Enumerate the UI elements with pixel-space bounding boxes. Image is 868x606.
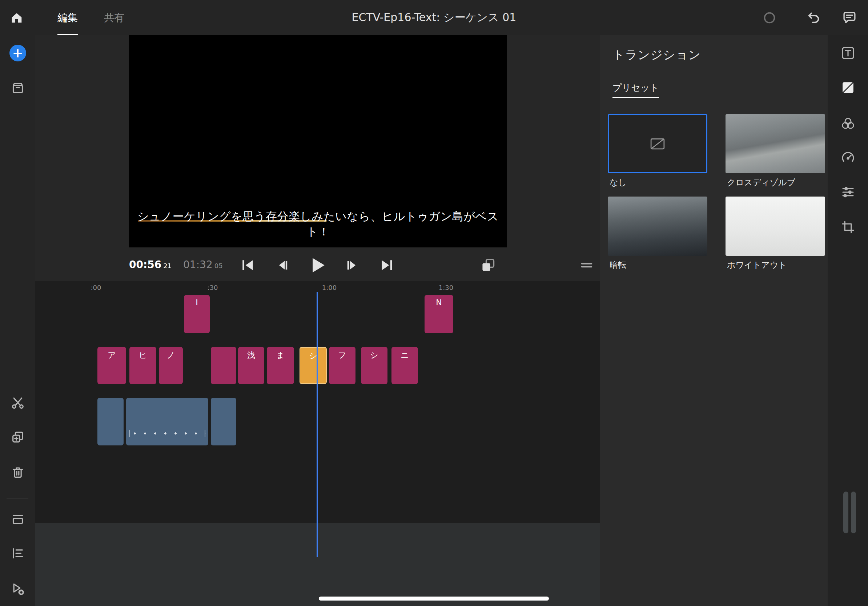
add-clip-icon xyxy=(11,430,25,444)
video-clip[interactable] xyxy=(211,398,236,445)
ruler-label: 1:30 xyxy=(439,284,453,291)
undo-button[interactable] xyxy=(805,9,823,27)
skip-forward-icon xyxy=(379,257,395,273)
clip-label: ア xyxy=(98,350,126,361)
audio-panel-button[interactable] xyxy=(839,183,857,201)
ruler-label: :00 xyxy=(91,284,101,291)
frame-forward-button[interactable] xyxy=(342,255,363,275)
subtitle-text: シュノーケリングを思う存分楽しみたいなら、ヒルトゥガン島がベスト！ xyxy=(137,209,499,240)
title-clip[interactable]: ノ xyxy=(159,347,183,384)
add-media-button[interactable]: + xyxy=(9,45,26,62)
right-toolbar xyxy=(828,35,868,606)
tab-edit-label: 編集 xyxy=(57,11,78,25)
sync-indicator[interactable] xyxy=(760,9,778,27)
trash-icon xyxy=(11,465,25,479)
title-clip[interactable] xyxy=(211,347,236,384)
video-clip[interactable] xyxy=(98,398,124,445)
overwrite-button[interactable] xyxy=(8,510,27,529)
pip-overlay-button[interactable] xyxy=(478,255,498,275)
toolbar-divider xyxy=(6,498,28,498)
title-clip[interactable]: ア xyxy=(98,347,126,384)
title-clip[interactable]: シ xyxy=(361,347,388,384)
speed-gauge-icon xyxy=(840,150,856,165)
transition-label: ホワイトアウト xyxy=(727,260,787,271)
page-title: ECTV-Ep16-Text: シーケンス 01 xyxy=(0,0,868,35)
transition-item-cross-dissolve[interactable] xyxy=(725,114,825,173)
tab-presets[interactable]: プリセット xyxy=(612,82,659,94)
left-toolbar: + xyxy=(0,35,35,606)
timecode-display: 00:56 21 01:32 05 xyxy=(129,259,223,271)
transition-item-none[interactable] xyxy=(608,114,707,173)
audio-waveform xyxy=(129,430,205,437)
horizontal-scrollbar[interactable] xyxy=(319,597,549,601)
ruler-label: :30 xyxy=(208,284,218,291)
audio-level-meters xyxy=(843,492,856,533)
skip-back-icon xyxy=(240,257,256,273)
tab-share[interactable]: 共有 xyxy=(104,0,124,35)
video-preview: シュノーケリングを思う存分楽しみたいなら、ヒルトゥガン島がベスト！ xyxy=(129,35,507,247)
title-clip[interactable]: 浅 xyxy=(238,347,264,384)
title-clip[interactable]: ヒ xyxy=(129,347,156,384)
tab-edit[interactable]: 編集 xyxy=(57,0,78,35)
timeline-menu-button[interactable] xyxy=(577,255,597,275)
layers-icon xyxy=(480,257,496,273)
titles-panel-button[interactable] xyxy=(839,44,857,62)
speed-panel-button[interactable] xyxy=(839,148,857,167)
clip-label: ニ xyxy=(392,350,418,361)
ring-icon xyxy=(763,11,777,25)
clip-label: シ xyxy=(300,351,326,362)
track-list-button[interactable] xyxy=(8,544,27,563)
transitions-panel: トランジション プリセット なし クロスディゾルブ 暗転 ホワイトアウト xyxy=(600,35,828,606)
delete-button[interactable] xyxy=(8,463,27,482)
transitions-icon xyxy=(840,80,856,95)
home-button[interactable] xyxy=(8,9,25,26)
timecode-current: 00:56 xyxy=(129,259,161,271)
step-forward-icon xyxy=(344,257,360,273)
timecode-current-frames: 21 xyxy=(163,262,172,270)
play-button[interactable] xyxy=(307,255,327,275)
audio-mixer-icon xyxy=(840,185,856,200)
media-browser-button[interactable] xyxy=(8,79,27,97)
no-transition-icon xyxy=(648,136,667,152)
equals-icon xyxy=(580,258,594,272)
title-clip[interactable]: ニ xyxy=(392,347,418,384)
color-panel-button[interactable] xyxy=(839,114,857,133)
crop-transform-icon xyxy=(840,220,856,235)
clip-label: ヒ xyxy=(129,350,156,361)
previous-edit-button[interactable] xyxy=(237,255,258,275)
play-icon xyxy=(307,255,327,275)
timecode-duration: 01:32 xyxy=(183,259,212,271)
transition-label: クロスディゾルブ xyxy=(727,177,795,188)
tray-icon xyxy=(11,512,25,526)
feedback-button[interactable] xyxy=(840,9,859,27)
selected-title-clip[interactable]: シ xyxy=(299,347,327,384)
track-list-icon xyxy=(11,546,25,561)
video-clip[interactable] xyxy=(126,398,208,445)
home-icon xyxy=(9,11,24,25)
frame-back-button[interactable] xyxy=(272,255,293,275)
playhead[interactable] xyxy=(316,292,318,557)
step-back-icon xyxy=(274,257,290,273)
title-clip[interactable]: ま xyxy=(267,347,294,384)
split-clip-button[interactable] xyxy=(8,393,27,412)
color-wheels-icon xyxy=(840,116,856,131)
duplicate-clip-button[interactable] xyxy=(8,428,27,447)
transition-item-fade-to-black[interactable] xyxy=(608,196,707,256)
transform-panel-button[interactable] xyxy=(839,218,857,236)
transition-label: なし xyxy=(609,177,627,188)
title-clip[interactable]: N xyxy=(425,295,453,333)
transitions-panel-button[interactable] xyxy=(839,79,857,97)
undo-icon xyxy=(807,11,821,25)
transition-item-white-out[interactable] xyxy=(725,196,825,256)
titles-icon xyxy=(840,45,856,61)
add-track-button[interactable] xyxy=(8,580,27,598)
media-box-icon xyxy=(11,80,25,95)
top-bar: 編集 共有 ECTV-Ep16-Text: シーケンス 01 xyxy=(0,0,868,35)
chat-bubble-icon xyxy=(842,10,857,25)
title-clip[interactable]: フ xyxy=(329,347,355,384)
plus-icon: + xyxy=(12,46,23,60)
title-clip[interactable]: I xyxy=(184,295,210,333)
audio-meter-right xyxy=(851,492,856,533)
clip-label: I xyxy=(184,298,210,307)
next-edit-button[interactable] xyxy=(377,255,397,275)
